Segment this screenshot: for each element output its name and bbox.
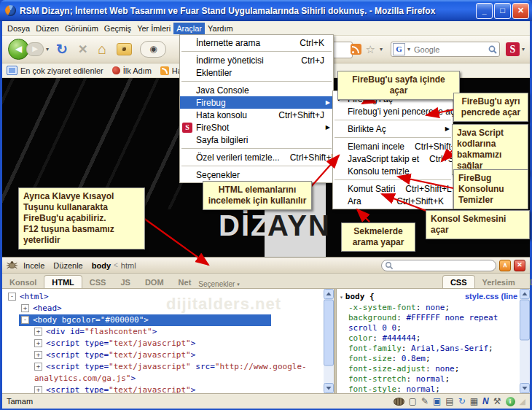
tree-node[interactable]: +<script type="text/javascript"> (2, 384, 334, 393)
css-property[interactable]: color: #444444; (337, 333, 530, 344)
tab-yerlesim[interactable]: Yerlesim (475, 276, 523, 288)
netexport-icon[interactable]: N (482, 396, 489, 406)
breadcrumb-parent[interactable]: html (121, 261, 136, 270)
home-button[interactable]: ⌂ (98, 41, 106, 58)
css-property[interactable]: font-family: Arial,Sans-Serif; (337, 344, 530, 354)
expand-icon[interactable]: + (34, 339, 42, 347)
fireshot-dropdown-icon[interactable]: ▾ (522, 46, 525, 53)
history-dropdown-icon[interactable]: ▾ (46, 46, 49, 53)
tree-node[interactable]: +<div id="flashcontent"> (2, 326, 334, 338)
stop-button[interactable]: ✕ (78, 42, 87, 56)
menu-item-elemani-incele[interactable]: Elemani inceleCtrl+Shift+C (333, 140, 453, 152)
inspect-button[interactable]: Incele (23, 261, 44, 270)
tab-dom[interactable]: DOM (138, 276, 171, 288)
close-button[interactable]: ✕ (512, 3, 529, 19)
menu-item-se-enekler[interactable]: Seçenekler (180, 169, 333, 181)
menu-item--zel-verileri-temizle-[interactable]: Özel verileri temizle...Ctrl+Shift+Del (180, 151, 333, 163)
tab-html[interactable]: HTML (44, 275, 82, 288)
expand-icon[interactable]: + (34, 363, 42, 371)
tree-node[interactable]: -<html> (2, 291, 334, 303)
menu-item-konsolu-temizle[interactable]: Konsolu temizle (333, 165, 453, 177)
firebug-search-box[interactable] (381, 260, 496, 271)
html-panel-scrollbar[interactable] (324, 289, 334, 393)
web-search-box[interactable]: G ▾ (391, 42, 500, 57)
google-engine-icon[interactable]: G (393, 43, 405, 55)
breadcrumb-current[interactable]: body (92, 261, 111, 270)
bookmark-most-visited[interactable]: En çok ziyaret edilenler (7, 66, 103, 75)
css-rule-header[interactable]: style.css (line 2)▾body { (337, 292, 530, 303)
tree-node[interactable]: -<body bgcolor="#000000"> (2, 314, 334, 326)
firebug-bug-icon[interactable] (7, 260, 17, 270)
firebug-minimize-button[interactable]: ∧ (499, 260, 511, 271)
css-property[interactable]: font-size: 0.8em; (337, 354, 530, 364)
search-input[interactable] (412, 45, 488, 55)
bookmark-dropdown-icon[interactable]: ▾ (380, 46, 383, 53)
css-property[interactable]: background: #FFFFFF none repeat scroll 0… (337, 313, 530, 333)
menu-item-i-ndirme-y-neticisi[interactable]: İndirme yöneticisiCtrl+J (180, 54, 333, 66)
left-options-menu[interactable]: Seçenekler ▾ (198, 280, 246, 288)
screenshot-icon[interactable] (117, 43, 132, 55)
new-document-icon[interactable]: ▢ (409, 396, 417, 406)
expand-icon[interactable]: + (21, 304, 29, 312)
bookmark-star-icon[interactable]: ☆ (366, 43, 375, 56)
save-icon[interactable]: ▣ (433, 396, 441, 406)
tree-node[interactable]: +<script type="text/javascript"> (2, 338, 334, 349)
rule-twisty-icon[interactable]: ▾ (340, 294, 343, 301)
css-property[interactable]: font-size-adjust: none; (337, 364, 530, 374)
forward-button[interactable]: ▶ (26, 42, 44, 56)
addon-button[interactable]: ◉ (140, 41, 166, 58)
menu-item-java-console[interactable]: Java Console (180, 84, 333, 96)
menubar-item-g-r-n-m[interactable]: Görünüm (62, 23, 101, 34)
css-property[interactable]: -x-system-font: none; (337, 303, 530, 313)
reload-button[interactable]: ↻ (56, 41, 68, 58)
menubar-item-ara-lar[interactable]: Araçlar (173, 23, 205, 34)
refresh-icon[interactable]: ↻ (458, 396, 466, 406)
menubar-item-yer-i-mleri[interactable]: Yer İmleri (134, 23, 173, 34)
firebug-close-button[interactable]: ✕ (514, 260, 525, 271)
bookmark-first-step[interactable]: İlk Adım (112, 66, 152, 75)
edit-button[interactable]: Düzenle (53, 261, 82, 270)
tab-dom[interactable]: DOM (523, 276, 532, 288)
menubar-item-ge-mi-[interactable]: Geçmiş (101, 23, 134, 34)
tab-css[interactable]: CSS (442, 275, 475, 288)
minimize-button[interactable]: _ (476, 3, 493, 19)
print-icon[interactable]: ▤ (445, 396, 453, 406)
css-property[interactable]: font-style: normal; (337, 384, 530, 393)
info-icon[interactable]: i (506, 397, 515, 406)
menu-item-birlikte-a-[interactable]: Birlikte Aç▶ (333, 123, 453, 135)
tree-node[interactable]: +<script type="text/javascript"> (2, 349, 334, 361)
collapse-icon[interactable]: - (21, 316, 29, 324)
menubar-item-d-zen[interactable]: Düzen (33, 23, 62, 34)
tools-icon[interactable]: ⚒ (493, 396, 501, 406)
expand-icon[interactable]: + (34, 351, 42, 359)
menu-item-firebug[interactable]: Firebug▶ (180, 96, 333, 109)
menu-item-eklentiler[interactable]: Eklentiler (180, 66, 333, 79)
firebug-bug-icon[interactable] (394, 398, 404, 406)
menu-item-firebug-i-yeni-pencerede-a-[interactable]: Firebug'i yeni pencerede aç (333, 105, 453, 117)
menu-item-i-nternette-arama[interactable]: İnternette aramaCtrl+K (180, 36, 333, 49)
css-property[interactable]: font-stretch: normal; (337, 374, 530, 384)
css-panel-scrollbar[interactable] (520, 289, 530, 393)
expand-icon[interactable]: + (34, 328, 42, 336)
edit-pencil-icon[interactable]: ✎ (421, 396, 429, 406)
maximize-button[interactable]: □ (494, 3, 511, 19)
rss-feed-icon[interactable] (351, 44, 361, 55)
css-source-link[interactable]: style.css (line 2) (465, 292, 527, 301)
tab-js[interactable]: JS (113, 276, 137, 288)
menu-item-ara[interactable]: AraCtrl+Shift+K (333, 195, 453, 207)
title-bar[interactable]: RSM Dizayn; İnternet Web Tasarımı ve Fua… (0, 0, 532, 21)
firebug-search-input[interactable] (394, 260, 493, 270)
search-magnifier-icon[interactable] (488, 45, 498, 55)
menu-item-sayfa-bilgileri[interactable]: Sayfa bilgileri (180, 134, 333, 146)
tree-node[interactable]: +<script type="text/javascript" src="htt… (2, 361, 334, 384)
tab-css[interactable]: CSS (82, 276, 114, 288)
collapse-icon[interactable]: - (8, 293, 16, 301)
expand-icon[interactable]: + (34, 386, 42, 393)
address-bar-fragment[interactable] (332, 42, 353, 58)
menubar-item-yard-m[interactable]: Yardım (205, 23, 236, 34)
menu-item-javascript-takip-et[interactable]: JavaScript takip etCtrl+Shift+P (333, 152, 453, 165)
tree-node[interactable]: +<head> (2, 303, 334, 314)
menu-item-fireshot[interactable]: SFireShot▶ (180, 121, 333, 134)
menubar-item-dosya[interactable]: Dosya (4, 23, 33, 34)
resize-grip[interactable]: ◢ (520, 397, 525, 406)
